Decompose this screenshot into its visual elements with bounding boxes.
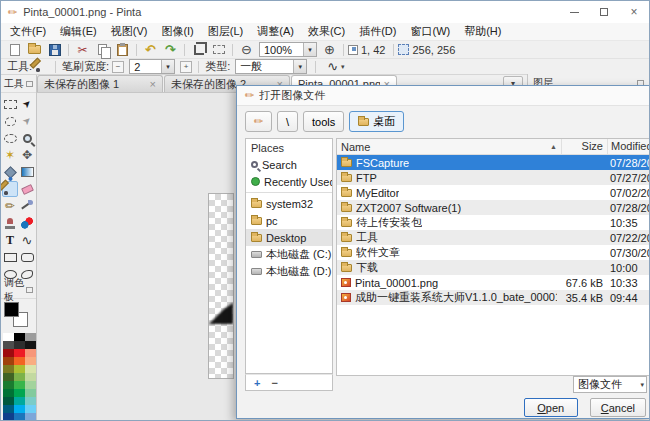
file-row[interactable]: MyEditor07/02/20 [337, 185, 649, 200]
palette-swatch[interactable] [25, 365, 36, 373]
file-row[interactable]: Pinta_00001.png67.6 kB10:33 [337, 275, 649, 290]
line-curve-tool-button[interactable]: ∿ [19, 232, 35, 248]
column-header-size[interactable]: Size [561, 139, 607, 154]
brush-width-combo[interactable]: 2 ▾ [129, 59, 175, 74]
menu-item-9[interactable]: 窗口(W) [403, 23, 457, 40]
file-row[interactable]: FTP07/27/20 [337, 170, 649, 185]
place-item-7[interactable]: 本地磁盘 (D:) [246, 263, 332, 280]
palette-swatch[interactable] [3, 341, 14, 349]
chevron-down-icon[interactable]: ▾ [161, 60, 174, 73]
file-type-filter-combo[interactable]: 图像文件 ▾ [573, 376, 647, 393]
path-tools-button[interactable]: tools [303, 111, 344, 132]
file-row[interactable]: 成助一键重装系统大师V1.1.0_bate_00001.png35.4 kB09… [337, 290, 649, 305]
color-picker-tool-button[interactable] [19, 198, 35, 214]
palette-swatch[interactable] [25, 341, 36, 349]
add-place-button[interactable]: + [254, 377, 260, 389]
path-root-button[interactable]: \ [277, 111, 298, 132]
cut-button[interactable]: ✂ [73, 42, 92, 58]
menu-item-1[interactable]: 文件(F) [3, 23, 53, 40]
pan-tool-button[interactable]: ✥ [19, 147, 35, 163]
crop-to-selection-button[interactable] [189, 42, 208, 58]
place-item-3[interactable]: system32 [246, 195, 332, 212]
minimize-button[interactable] [559, 1, 589, 23]
brush-width-increase-button[interactable]: + [180, 61, 192, 73]
tab-1[interactable]: 未保存的图像 1× [37, 75, 163, 92]
primary-color-swatch[interactable] [4, 302, 19, 317]
palette-swatch[interactable] [3, 381, 14, 389]
zoom-level-combo[interactable]: 100% ▾ [259, 42, 317, 57]
maximize-button[interactable] [589, 1, 619, 23]
path-desktop-button[interactable]: 桌面 [349, 111, 404, 132]
brush-width-decrease-button[interactable]: − [112, 61, 124, 73]
palette-swatch[interactable] [3, 389, 14, 397]
palette-swatch[interactable] [3, 357, 14, 365]
cancel-button[interactable]: Cancel [590, 398, 646, 417]
rounded-rectangle-tool-button[interactable] [19, 249, 35, 265]
open-file-button[interactable] [25, 42, 44, 58]
paint-bucket-tool-button[interactable] [2, 164, 18, 180]
move-selection-tool-button[interactable]: ➤ [19, 96, 35, 112]
palette-swatch[interactable] [14, 413, 25, 420]
palette-swatch[interactable] [25, 373, 36, 381]
close-button[interactable]: × [619, 1, 649, 23]
menu-item-5[interactable]: 图层(L) [201, 23, 250, 40]
palette-swatch[interactable] [25, 357, 36, 365]
menu-item-7[interactable]: 效果(C) [301, 23, 352, 40]
column-header-modified[interactable]: Modified [607, 139, 649, 154]
palette-swatch[interactable] [3, 397, 14, 405]
copy-button[interactable] [93, 42, 112, 58]
place-item-1[interactable]: Search [246, 156, 332, 173]
palette-swatch[interactable] [3, 413, 14, 420]
eraser-tool-button[interactable] [19, 181, 35, 197]
column-header-name[interactable]: Name ▲ [337, 139, 561, 154]
palette-swatch[interactable] [14, 381, 25, 389]
pencil-tool-button[interactable]: ✏ [2, 198, 18, 214]
path-app-button[interactable]: ✏ [245, 111, 272, 132]
zoom-out-button[interactable]: ⊖ [237, 42, 256, 58]
palette-swatch[interactable] [25, 333, 36, 341]
palette-swatch[interactable] [25, 389, 36, 397]
menu-item-4[interactable]: 图像(I) [154, 23, 200, 40]
palette-swatch[interactable] [3, 405, 14, 413]
place-item-5[interactable]: Desktop [246, 229, 332, 246]
palette-swatch[interactable] [25, 413, 36, 420]
file-row[interactable]: 软件文章07/30/20 [337, 245, 649, 260]
palette-swatch[interactable] [3, 349, 14, 357]
palette-swatch[interactable] [14, 397, 25, 405]
deselect-button[interactable] [209, 42, 228, 58]
palette-swatch[interactable] [14, 349, 25, 357]
brush-type-combo[interactable]: 一般 ▾ [235, 59, 307, 74]
file-row[interactable]: 下载10:00 [337, 260, 649, 275]
palette-swatch[interactable] [14, 405, 25, 413]
chevron-down-icon[interactable]: ▾ [303, 43, 316, 56]
palette-swatch[interactable] [14, 365, 25, 373]
image-canvas[interactable] [208, 193, 234, 379]
file-row[interactable]: 工具07/22/20 [337, 230, 649, 245]
menu-item-10[interactable]: 帮助(H) [457, 23, 508, 40]
move-selected-tool-button[interactable]: ➤ [19, 113, 35, 129]
palette-swatch[interactable] [25, 397, 36, 405]
menu-item-2[interactable]: 编辑(E) [53, 23, 104, 40]
file-row[interactable]: ZXT2007 Software(1)07/28/20 [337, 200, 649, 215]
save-file-button[interactable] [45, 42, 64, 58]
text-tool-button[interactable]: T [2, 232, 18, 248]
file-row[interactable]: 待上传安装包10:35 [337, 215, 649, 230]
menu-item-8[interactable]: 插件(D) [352, 23, 403, 40]
new-file-button[interactable] [5, 42, 24, 58]
gradient-tool-button[interactable] [19, 164, 35, 180]
stroke-style-button[interactable]: ∿ ▾ [327, 60, 344, 73]
recolor-tool-button[interactable] [19, 215, 35, 231]
place-item-4[interactable]: pc [246, 212, 332, 229]
open-button[interactable]: Open [524, 398, 578, 417]
lasso-select-tool-button[interactable] [2, 113, 18, 129]
palette-swatch[interactable] [14, 333, 25, 341]
file-row[interactable]: FSCapture07/28/20 [337, 155, 649, 170]
rectangle-select-tool-button[interactable] [2, 96, 18, 112]
paste-button[interactable] [113, 42, 132, 58]
redo-button[interactable]: ↷ [161, 42, 180, 58]
tab-close-icon[interactable]: × [150, 78, 156, 90]
dock-window-icon[interactable] [26, 81, 33, 87]
zoom-in-button[interactable]: ⊕ [320, 42, 339, 58]
palette-swatch[interactable] [3, 365, 14, 373]
palette-swatch[interactable] [25, 349, 36, 357]
